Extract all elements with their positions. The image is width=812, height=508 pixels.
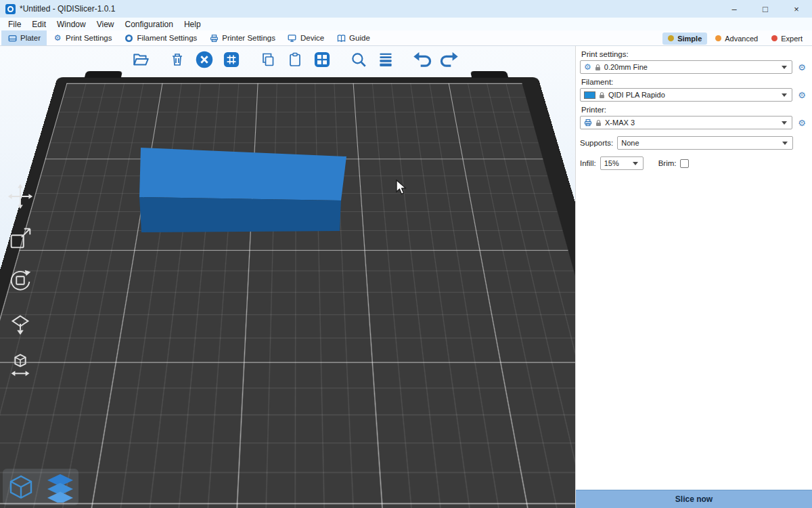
printer-label: Printer: xyxy=(581,106,808,114)
delete-button[interactable] xyxy=(166,49,188,70)
tab-printer-settings[interactable]: Printer Settings xyxy=(203,30,281,45)
supports-label: Supports: xyxy=(580,139,613,147)
place-on-face-icon xyxy=(6,308,35,337)
menu-window[interactable]: Window xyxy=(51,18,91,30)
view-toolbar xyxy=(3,469,78,505)
tab-print-settings[interactable]: ⚙ Print Settings xyxy=(47,30,118,45)
printer-icon xyxy=(209,33,219,43)
mode-label: Advanced xyxy=(725,35,758,43)
filament-color-swatch xyxy=(584,91,595,99)
model-object[interactable] xyxy=(139,148,346,200)
preview-button[interactable] xyxy=(43,470,77,504)
tab-bar: Plater ⚙ Print Settings Filament Setting… xyxy=(0,30,812,46)
move-button[interactable] xyxy=(4,180,37,213)
folder-open-icon xyxy=(132,51,150,68)
open-project-button[interactable] xyxy=(130,49,152,70)
rotate-button[interactable] xyxy=(4,264,37,297)
app-logo-icon xyxy=(5,4,16,14)
menu-view[interactable]: View xyxy=(91,18,120,30)
scale-button[interactable] xyxy=(4,222,37,255)
mode-simple[interactable]: Simple xyxy=(662,33,707,45)
mouse-cursor xyxy=(395,179,407,200)
menu-help[interactable]: Help xyxy=(179,18,206,30)
3d-editor-view-button[interactable] xyxy=(4,470,38,504)
tab-plater[interactable]: Plater xyxy=(1,30,47,45)
paste-icon xyxy=(287,51,303,68)
menu-configuration[interactable]: Configuration xyxy=(120,18,179,30)
tab-filament-settings[interactable]: Filament Settings xyxy=(118,30,203,45)
trash-icon xyxy=(169,51,185,68)
place-on-face-button[interactable] xyxy=(4,306,37,339)
tab-guide[interactable]: Guide xyxy=(330,30,376,45)
simple-mode-dot-icon xyxy=(668,35,674,41)
mode-advanced[interactable]: Advanced xyxy=(710,33,763,45)
supports-value: None xyxy=(621,139,639,147)
3d-viewport xyxy=(0,46,575,508)
supports-combo[interactable]: None xyxy=(617,136,793,150)
print-settings-value: 0.20mm Fine xyxy=(604,63,648,71)
infill-value: 15% xyxy=(604,159,619,167)
filament-combo[interactable]: QIDI PLA Rapido xyxy=(580,88,792,102)
delete-all-button[interactable] xyxy=(194,49,215,70)
printer-edit-button[interactable]: ⚙ xyxy=(796,119,808,127)
tab-label: Guide xyxy=(349,34,370,42)
3d-view-cube-icon xyxy=(6,472,36,502)
advanced-mode-dot-icon xyxy=(715,35,721,41)
tab-device[interactable]: Device xyxy=(281,30,330,45)
search-button[interactable] xyxy=(348,49,369,70)
infill-label: Infill: xyxy=(580,159,596,167)
menu-edit[interactable]: Edit xyxy=(26,18,51,30)
undo-icon xyxy=(412,49,432,70)
copy-button[interactable] xyxy=(257,49,279,70)
close-button[interactable]: × xyxy=(781,0,812,18)
rotate-icon xyxy=(6,266,35,295)
preview-layers-icon xyxy=(45,471,76,503)
print-settings-combo[interactable]: ⚙ 0.20mm Fine xyxy=(580,60,792,74)
minimize-button[interactable]: – xyxy=(719,0,750,18)
filament-edit-button[interactable]: ⚙ xyxy=(796,91,808,100)
model-object[interactable] xyxy=(139,197,341,232)
window-controls: – □ × xyxy=(719,0,812,18)
plater-icon xyxy=(7,33,17,43)
guide-book-icon xyxy=(336,33,346,43)
printer-icon xyxy=(584,119,592,127)
chevron-down-icon xyxy=(633,162,638,165)
measure-icon xyxy=(6,350,35,379)
maximize-button[interactable]: □ xyxy=(750,0,781,18)
print-settings-icon: ⚙ xyxy=(53,33,62,43)
chevron-down-icon xyxy=(782,121,787,125)
app-window: *Untitled - QIDISlicer-1.0.1 – □ × File … xyxy=(0,0,812,508)
paste-button[interactable] xyxy=(284,49,306,70)
mode-switcher: Simple Advanced Expert xyxy=(662,31,808,45)
split-to-objects-button[interactable] xyxy=(311,49,333,70)
layer-height-icon xyxy=(377,51,394,68)
redo-button[interactable] xyxy=(438,49,460,70)
brim-checkbox[interactable] xyxy=(680,159,689,168)
arrange-button[interactable] xyxy=(221,49,242,70)
filament-row: QIDI PLA Rapido ⚙ xyxy=(580,88,808,102)
printer-combo[interactable]: X-MAX 3 xyxy=(580,116,792,129)
title-bar: *Untitled - QIDISlicer-1.0.1 – □ × xyxy=(0,0,812,18)
redo-icon xyxy=(439,49,459,70)
window-title: *Untitled - QIDISlicer-1.0.1 xyxy=(20,4,115,14)
printer-value: X-MAX 3 xyxy=(605,119,635,127)
menu-file[interactable]: File xyxy=(3,18,26,30)
variable-layer-height-button[interactable] xyxy=(375,49,397,70)
slice-now-button[interactable]: Slice now xyxy=(576,490,812,508)
undo-button[interactable] xyxy=(411,49,433,70)
lock-icon xyxy=(595,119,602,127)
tab-label: Plater xyxy=(20,34,41,42)
measure-button[interactable] xyxy=(4,348,37,381)
supports-row: Supports: None xyxy=(580,136,808,150)
slice-now-label: Slice now xyxy=(675,494,713,504)
printer-row: X-MAX 3 ⚙ xyxy=(580,116,808,129)
plater-toolbar xyxy=(130,49,466,70)
infill-combo[interactable]: 15% xyxy=(600,156,644,170)
chevron-down-icon xyxy=(782,93,787,97)
gizmo-toolbar xyxy=(4,180,37,381)
print-settings-edit-button[interactable]: ⚙ xyxy=(796,63,808,72)
split-grid-icon xyxy=(313,50,332,69)
mode-expert[interactable]: Expert xyxy=(766,33,808,45)
filament-spool-icon xyxy=(124,33,133,43)
lock-icon xyxy=(595,64,601,71)
